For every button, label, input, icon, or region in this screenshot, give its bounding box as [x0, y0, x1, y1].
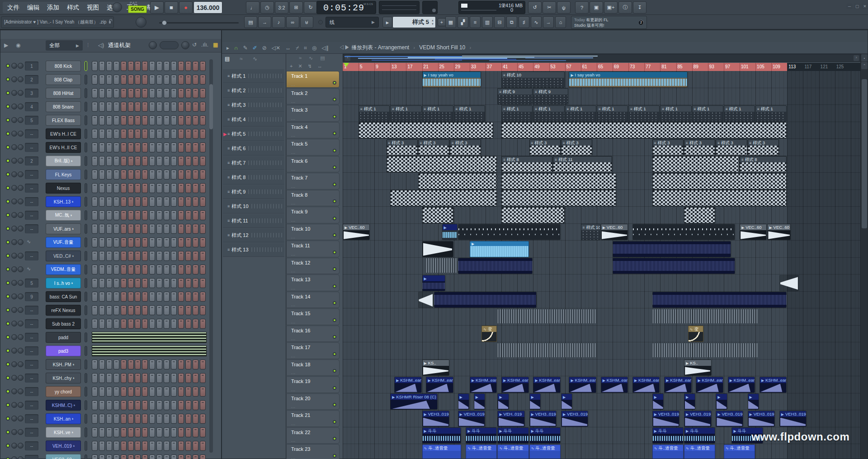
pattern-list-item[interactable]: ≡样式 9 — [223, 185, 284, 199]
swell-clip[interactable]: ▶KSHM..ean — [696, 377, 723, 393]
track-header[interactable]: Track 8... — [286, 190, 340, 207]
save-button[interactable]: ▣ — [590, 1, 603, 14]
auto-clip[interactable]: ∿斗..道音量 — [652, 445, 684, 459]
step-cell[interactable] — [121, 373, 127, 383]
step-cell[interactable] — [121, 278, 127, 288]
shop-button[interactable]: ⌂ — [555, 16, 566, 28]
channel-display-box[interactable]: -- — [25, 306, 38, 315]
auto-clip[interactable]: ∿斗..道音量 — [684, 445, 715, 459]
step-cell[interactable] — [164, 292, 170, 302]
step-cell[interactable] — [113, 61, 119, 71]
step-cell[interactable] — [156, 400, 162, 410]
track-header[interactable]: Track 5... — [286, 139, 340, 156]
step-cell[interactable] — [135, 224, 141, 234]
pattern-clip[interactable]: ≡样式 1 — [724, 105, 755, 122]
step-cell[interactable] — [171, 414, 177, 424]
step-cell[interactable] — [164, 197, 170, 207]
step-cell[interactable] — [92, 414, 98, 424]
step-cell[interactable] — [149, 237, 155, 247]
step-cell[interactable] — [121, 237, 127, 247]
channel-selector[interactable] — [85, 265, 87, 274]
step-cell[interactable] — [185, 278, 191, 288]
step-cell[interactable] — [128, 414, 134, 424]
step-cell[interactable] — [128, 265, 134, 274]
pattern-list-item[interactable]: ≡样式 10 — [223, 199, 284, 213]
pattern-clip[interactable]: ≡样式 1 — [454, 105, 485, 122]
channel-selector[interactable] — [85, 61, 87, 71]
decay-clip[interactable]: ▶VEH3..019 — [748, 411, 775, 427]
scroll-corner-button[interactable]: • — [861, 54, 868, 62]
step-cell[interactable] — [135, 305, 141, 315]
channel-selector[interactable] — [85, 346, 87, 356]
channel-selector[interactable] — [85, 129, 87, 139]
step-cell[interactable] — [113, 251, 119, 261]
step-cell[interactable] — [106, 360, 112, 369]
track-enable-led[interactable] — [333, 352, 336, 356]
step-cell[interactable] — [164, 427, 170, 437]
step-cell[interactable] — [164, 319, 170, 329]
track-header[interactable]: Track 16... — [286, 326, 340, 342]
step-cell[interactable] — [185, 400, 191, 410]
step-cell[interactable] — [185, 305, 191, 315]
rack-volume-knob[interactable] — [181, 41, 189, 49]
track-header[interactable]: Track 2... — [286, 88, 340, 105]
pat-mode-label[interactable]: PAT — [130, 1, 137, 5]
channel-button[interactable]: FL Keys — [46, 169, 81, 180]
channel-display-box[interactable]: -- — [25, 455, 38, 459]
step-cell[interactable] — [106, 156, 112, 166]
step-cell[interactable] — [135, 61, 141, 71]
pattern-list-item[interactable]: ≡样式 4 — [223, 113, 284, 127]
step-cell[interactable] — [142, 156, 148, 166]
step-cell[interactable] — [121, 61, 127, 71]
dense-clip[interactable]: ≡样式 3 — [561, 139, 592, 156]
dense-clip[interactable] — [387, 156, 497, 172]
step-cell[interactable] — [121, 170, 127, 180]
step-cell[interactable] — [121, 427, 127, 437]
step-cell[interactable] — [164, 360, 170, 369]
step-cell[interactable] — [164, 237, 170, 247]
master-volume-knob[interactable] — [136, 17, 146, 28]
globe-icon[interactable]: 2 — [638, 19, 644, 25]
pan-knob[interactable] — [11, 307, 17, 313]
tempo-display[interactable]: 136.000 — [193, 1, 222, 14]
channel-display-box[interactable]: -- — [25, 170, 38, 179]
step-cell[interactable] — [171, 102, 177, 112]
step-cell[interactable] — [113, 360, 119, 369]
step-cell[interactable] — [142, 278, 148, 288]
channel-display-box[interactable]: -- — [25, 428, 38, 437]
rack-menu-arrow-icon[interactable]: ▶ — [4, 42, 8, 48]
dense-clip[interactable] — [684, 207, 715, 223]
master-pitch-slider[interactable] — [159, 22, 239, 24]
channel-display-box[interactable]: -- — [25, 441, 38, 450]
channel-button[interactable]: 808 Kick — [46, 61, 81, 71]
channel-display-box[interactable]: -- — [25, 346, 38, 355]
channel-selector[interactable] — [85, 102, 87, 112]
step-cell[interactable] — [185, 427, 191, 437]
wave-clip[interactable]: ▶斗斗 — [529, 427, 561, 444]
step-cell[interactable] — [149, 75, 155, 85]
track-enable-led[interactable] — [333, 166, 336, 169]
track-enable-led[interactable] — [333, 318, 336, 322]
dense-clip[interactable]: ≡样式 11 — [553, 156, 612, 172]
pattern-clip[interactable]: ≡样式 1 — [565, 105, 596, 122]
step-cell[interactable] — [135, 319, 141, 329]
channel-display-box[interactable]: -- — [25, 197, 38, 206]
step-cell[interactable] — [164, 88, 170, 98]
step-cell[interactable] — [156, 237, 162, 247]
channel-enable-led[interactable] — [6, 294, 10, 298]
step-cell[interactable] — [200, 360, 206, 369]
step-cell[interactable] — [128, 156, 134, 166]
channel-button[interactable]: Bril..版)ılıı — [46, 156, 81, 166]
step-cell[interactable] — [106, 61, 112, 71]
channel-enable-led[interactable] — [6, 376, 10, 380]
swing-slider[interactable] — [160, 41, 179, 49]
step-cell[interactable] — [135, 75, 141, 85]
pattern-list-item[interactable]: ≡样式 7 — [223, 156, 284, 170]
step-cell[interactable] — [128, 183, 134, 193]
step-cell[interactable] — [193, 360, 198, 369]
track-options[interactable]: ... — [291, 303, 296, 307]
step-cell[interactable] — [106, 373, 112, 383]
step-cell[interactable] — [128, 305, 134, 315]
audio-clip[interactable]: ▶I say yeah vo — [422, 71, 481, 88]
channel-selector[interactable] — [85, 305, 87, 315]
